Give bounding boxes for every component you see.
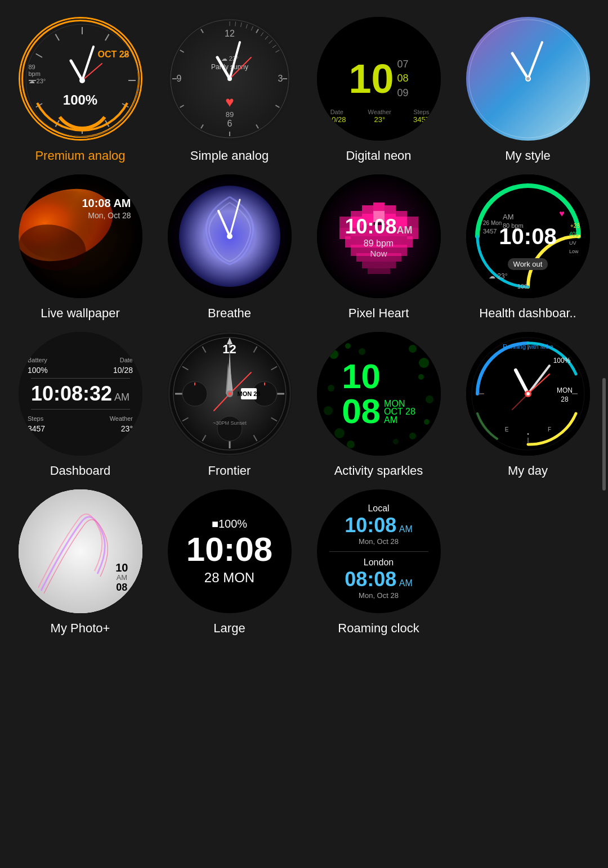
watch-face-live-wallpaper[interactable]: 10:08 AM Mon, Oct 28 [19,174,142,298]
watch-item-live-wallpaper[interactable]: 10:08 AM Mon, Oct 28 Live wallpaper [11,174,149,321]
lg-date: 28 MON [204,570,254,586]
svg-point-119 [228,392,231,395]
watch-item-pixel-heart[interactable]: 10:08AM 89 bpm Now Pixel Heart [310,174,448,321]
svg-text:12: 12 [225,29,235,38]
watch-label-activity-sparkles: Activity sparkles [334,464,423,478]
svg-line-31 [256,124,258,128]
svg-point-127 [419,358,429,368]
svg-point-60 [227,233,233,239]
watch-item-simple-analog[interactable]: 12 6 9 3 ☁ 23° Partly sunny ♥ 89 [160,17,298,163]
svg-line-23 [256,29,258,33]
watch-item-health-dashboard[interactable]: 3457 26 Mon ♥ +28 405 UV Low AM ☁ 23° 10… [459,174,597,321]
watch-item-frontier[interactable]: MON 28 ~30PM Sunset 12 Frontier [160,332,298,478]
svg-line-147 [528,366,549,394]
watch-label-live-wallpaper: Live wallpaper [41,306,120,321]
svg-line-30 [275,105,279,107]
svg-text:100: 100 [517,283,527,290]
watch-face-breathe[interactable] [168,174,292,298]
svg-text:+28: +28 [570,223,580,229]
watch-face-frontier[interactable]: MON 28 ~30PM Sunset 12 [168,332,292,456]
watch-face-digital-neon[interactable]: 10 07 08 09 Date 10/28 Weather 23° [317,17,441,141]
svg-point-54 [526,77,530,80]
pa-date: OCT 28 [97,50,129,59]
mp-am: AM [115,573,128,582]
svg-point-16 [79,78,85,83]
ph-am: AM [397,224,413,236]
scrollbar[interactable] [602,378,606,491]
rc-london-label: London [345,557,413,568]
watch-face-my-photo[interactable]: 10 AM 08 [19,489,142,613]
watch-face-roaming-clock[interactable]: Local 10:08 AM Mon, Oct 28 London 08:08 … [317,489,441,613]
svg-line-148 [528,374,549,394]
watch-face-health-dashboard[interactable]: 3457 26 Mon ♥ +28 405 UV Low AM ☁ 23° 10… [466,174,590,298]
watch-label-dashboard: Dashboard [50,464,111,478]
svg-text:F: F [547,426,551,433]
watch-face-my-style[interactable] [466,17,590,141]
pa-battery: 100% [63,92,97,108]
watch-label-premium-analog: Premium analog [35,149,125,163]
watch-item-my-photo[interactable]: 10 AM 08 My Photo+ [11,489,149,636]
svg-point-132 [424,419,430,425]
svg-text:6: 6 [227,119,232,128]
rc-london-date: Mon, Oct 28 [345,591,413,600]
watch-item-breathe[interactable]: Breathe [160,174,298,321]
watch-label-roaming-clock: Roaming clock [338,621,419,636]
svg-line-12 [55,34,59,41]
watch-item-large[interactable]: ■100% 10:08 28 MON Large [160,489,298,636]
watch-item-dashboard[interactable]: Battery Date 100% 10/28 10:08:32 AM Step [11,332,149,478]
svg-text:♥: ♥ [559,209,565,218]
svg-line-36 [180,50,184,52]
svg-text:405: 405 [569,231,579,237]
svg-point-134 [409,433,416,439]
svg-point-125 [359,348,365,355]
ph-bpm: 89 bpm [345,239,412,249]
svg-text:Partly sunny: Partly sunny [211,63,248,71]
db-time: 10:08:32 [31,382,112,406]
svg-text:UV: UV [569,240,576,246]
db-date-val: 10/28 [113,366,133,375]
svg-line-146 [516,370,528,394]
pa-bpm: 89bpm [29,64,41,77]
watch-face-premium-analog[interactable]: OCT 28 100% 89bpm ☁ 23° [19,17,142,141]
rc-local-label: Local [345,503,413,514]
watch-item-roaming-clock[interactable]: Local 10:08 AM Mon, Oct 28 London 08:08 … [310,489,448,636]
svg-line-28 [275,50,279,52]
svg-point-126 [409,345,417,353]
watch-face-simple-analog[interactable]: 12 6 9 3 ☁ 23° Partly sunny ♥ 89 [168,17,292,141]
svg-point-129 [328,385,334,392]
svg-text:E: E [504,426,508,433]
watch-item-premium-analog[interactable]: OCT 28 100% 89bpm ☁ 23° Premium analog [11,17,149,163]
watch-face-my-day[interactable]: Running with Mike 100% MON 28 [466,332,590,456]
svg-line-24 [261,32,263,35]
watch-face-large[interactable]: ■100% 10:08 28 MON [168,489,292,613]
watch-face-activity-sparkles[interactable]: 10 08 MON OCT 28 AM [317,332,441,456]
svg-line-20 [240,23,242,27]
watch-label-digital-neon: Digital neon [346,149,411,163]
rc-london-am: AM [399,578,413,588]
pa-temp: ☁ 23° [29,78,46,85]
svg-text:Low: Low [569,249,579,254]
svg-line-34 [180,105,184,107]
watch-label-pixel-heart: Pixel Heart [348,306,409,321]
svg-point-155 [19,489,142,613]
svg-point-123 [329,350,338,359]
rc-local-am: AM [399,524,413,534]
watch-item-my-style[interactable]: My style [459,17,597,163]
watch-item-digital-neon[interactable]: 10 07 08 09 Date 10/28 Weather 23° [310,17,448,163]
hd-workout: Work out [508,258,548,270]
svg-line-11 [35,54,42,58]
svg-line-52 [528,42,542,79]
watch-label-my-day: My day [508,464,548,478]
watch-item-my-day[interactable]: Running with Mike 100% MON 28 [459,332,597,478]
svg-text:MON: MON [557,386,573,394]
svg-point-128 [418,374,424,380]
watch-face-pixel-heart[interactable]: 10:08AM 89 bpm Now [317,174,441,298]
svg-line-25 [265,36,267,39]
watch-label-my-style: My style [505,149,551,163]
svg-point-151 [526,392,530,395]
watch-item-activity-sparkles[interactable]: 10 08 MON OCT 28 AM Activity sparkles [310,332,448,478]
watch-label-health-dashboard: Health dashboar.. [479,306,576,321]
dn-main-time: 10 [348,59,394,99]
watch-face-dashboard[interactable]: Battery Date 100% 10/28 10:08:32 AM Step [19,332,142,456]
db-weather-val: 23° [121,424,133,433]
